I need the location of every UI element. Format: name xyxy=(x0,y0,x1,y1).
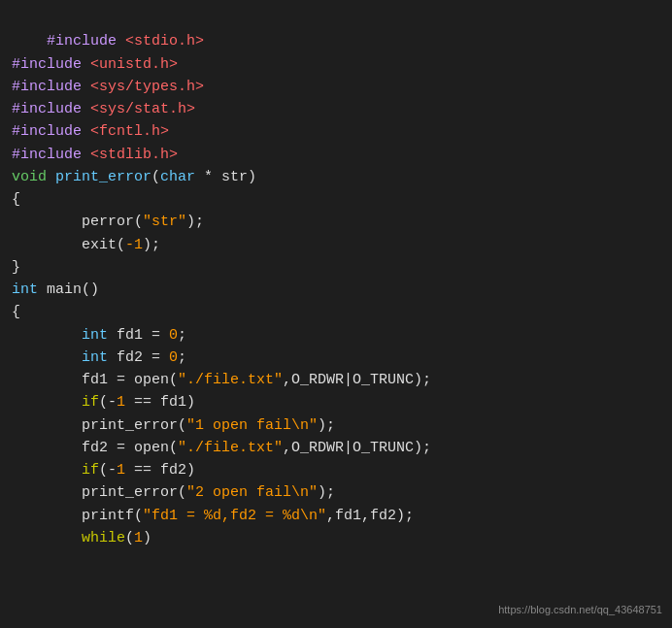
line-1: #include <stdio.h> xyxy=(47,33,204,50)
line-15: int fd2 = 0; xyxy=(12,349,186,366)
line-21: print_error("2 open fail\n"); xyxy=(12,484,335,501)
line-6: #include <stdlib.h> xyxy=(12,147,178,163)
line-11: } xyxy=(12,259,20,276)
code-editor: #include <stdio.h> #include <unistd.h> #… xyxy=(0,0,672,628)
line-3: #include <sys/types.h> xyxy=(12,79,204,95)
line-5: #include <fcntl.h> xyxy=(12,123,169,140)
line-13: { xyxy=(12,304,20,320)
line-10: exit(-1); xyxy=(12,237,160,253)
line-4: #include <sys/stat.h> xyxy=(12,101,195,117)
line-19: fd2 = open("./file.txt",O_RDWR|O_TRUNC); xyxy=(12,440,431,456)
line-8: { xyxy=(12,191,20,208)
line-2: #include <unistd.h> xyxy=(12,56,178,73)
line-17: if(-1 == fd1) xyxy=(12,394,195,411)
line-14: int fd1 = 0; xyxy=(12,327,186,344)
line-12: int main() xyxy=(12,281,99,298)
line-23: while(1) xyxy=(12,530,151,546)
line-16: fd1 = open("./file.txt",O_RDWR|O_TRUNC); xyxy=(12,372,431,388)
code-content: #include <stdio.h> #include <unistd.h> #… xyxy=(12,8,660,595)
line-18: print_error("1 open fail\n"); xyxy=(12,417,335,434)
watermark: https://blog.csdn.net/qq_43648751 xyxy=(498,602,662,618)
line-22: printf("fd1 = %d,fd2 = %d\n",fd1,fd2); xyxy=(12,508,414,524)
line-9: perror("str"); xyxy=(12,214,204,230)
line-7: void print_error(char * str) xyxy=(12,169,256,185)
line-20: if(-1 == fd2) xyxy=(12,462,195,479)
